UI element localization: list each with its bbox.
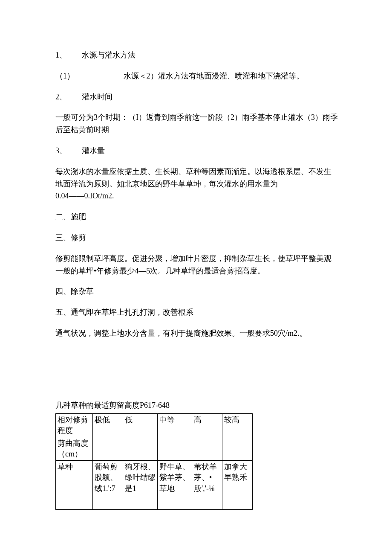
table-cell: 野牛草、紫羊茅、草地 xyxy=(158,461,192,510)
section-7: 五、通气即在草坪上扎孔打洞，改善根系 xyxy=(55,306,339,319)
table-cell xyxy=(123,437,158,460)
table-cell: 低 xyxy=(123,413,158,437)
section-6: 四、除杂草 xyxy=(55,285,339,298)
table-cell: 高 xyxy=(192,413,222,437)
section-2-title: 灌水时间 xyxy=(82,93,112,101)
table-cell: 中等 xyxy=(158,413,192,437)
table-row: 剪曲高度（cm） xyxy=(56,437,253,460)
section-1-heading: 1、 水源与灌水方法 xyxy=(55,49,339,61)
section-5: 三、修剪 xyxy=(55,232,339,244)
spacer xyxy=(55,348,339,399)
section-3-title: 灌水量 xyxy=(82,146,105,155)
section-2-heading: 2、 灌水时间 xyxy=(55,91,339,103)
table-cell xyxy=(222,437,253,460)
table-cell: 葡萄剪股颖、绒1.':7 xyxy=(93,461,123,510)
document-page: 1、 水源与灌水方法 （1） 水源＜2）灌水方法有地面漫灌、喷灌和地下浇灌等。 … xyxy=(0,0,392,555)
section-7-body: 通气状况，调整上地水分含量，有利于提裔施肥效果。一般要求50穴/m2.。 xyxy=(55,327,339,340)
section-5-body: 修剪能限制草坪高度。促进分聚，增加叶片密度，抑制杂草生长，使草坪平整美观一般的草… xyxy=(55,253,339,277)
section-1-title: 水源与灌水方法 xyxy=(82,51,135,59)
table-cell: 狗牙根、绿叶结缪是1 xyxy=(123,461,158,510)
section-2-number: 2、 xyxy=(55,91,67,103)
section-1-sub-label: （1） xyxy=(55,70,75,82)
section-3-heading: 3、 灌水量 xyxy=(55,145,339,157)
section-1-sub-text: 水源＜2）灌水方法有地面漫灌、喷灌和地下浇灌等。 xyxy=(124,72,304,80)
table-cell: 极低 xyxy=(93,413,123,437)
section-3-number: 3、 xyxy=(55,145,67,157)
section-1-sub: （1） 水源＜2）灌水方法有地面漫灌、喷灌和地下浇灌等。 xyxy=(55,70,339,82)
table-cell xyxy=(192,437,222,460)
section-1-number: 1、 xyxy=(55,49,67,61)
section-2-body: 一般可分为3个时期：（I）返青到雨季前这一阶段（2）雨季基本停止灌水（3）雨季后… xyxy=(55,111,339,136)
table-cell: 草种 xyxy=(56,461,93,510)
table-caption: 几种草种的最适剪留高度P617-648 xyxy=(55,399,339,412)
table-cell xyxy=(93,437,123,460)
table-row: 草种 葡萄剪股颖、绒1.':7 狗牙根、绿叶结缪是1 野牛草、紫羊茅、草地 苇状… xyxy=(56,461,253,510)
table-cell: 苇状羊茅、•殷','-⅛ xyxy=(192,461,222,510)
table-cell: 剪曲高度（cm） xyxy=(56,437,93,460)
section-3-body-1: 每次潴水的水量应依据土质、生长期、草种等因素而渐定。以海透根系层、不发生地面洋流… xyxy=(55,166,339,190)
table-cell: 相对修剪程度 xyxy=(56,413,93,437)
table-cell: 较高 xyxy=(222,413,253,437)
grass-height-table: 相对修剪程度 极低 低 中等 高 较高 剪曲高度（cm） 草种 葡萄剪股颖、绒1… xyxy=(55,413,253,510)
table-row: 相对修剪程度 极低 低 中等 高 较高 xyxy=(56,413,253,437)
table-cell xyxy=(158,437,192,460)
table-cell: 加拿大早熟禾 xyxy=(222,461,253,510)
section-4: 二、施肥 xyxy=(55,211,339,223)
section-3-body-2: 0.04——0.IOt/m2. xyxy=(55,190,339,202)
